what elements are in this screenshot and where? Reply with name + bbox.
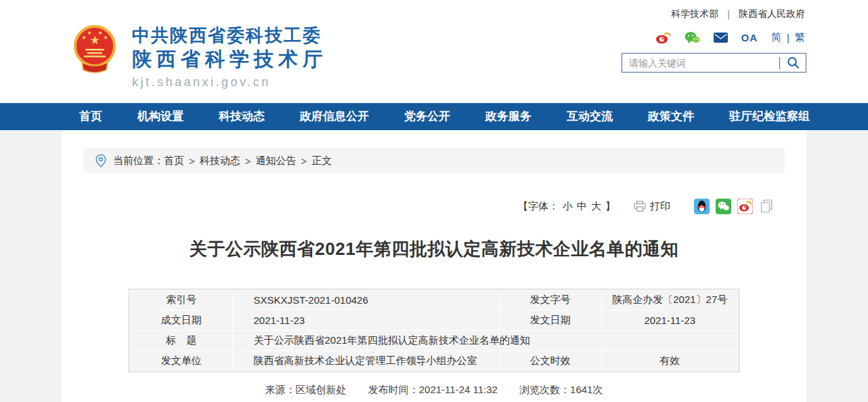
site-search xyxy=(622,53,806,73)
font-size-small[interactable]: 小 xyxy=(563,200,573,212)
index-number-value: SXSKXJST-2021-010426 xyxy=(233,290,499,310)
publish-time-value: 2021-11-24 11:32 xyxy=(419,384,498,395)
link-most[interactable]: 科学技术部 xyxy=(671,8,718,19)
lang-divider: | xyxy=(787,32,789,43)
location-pin-icon xyxy=(95,154,106,167)
issuer-label: 发文单位 xyxy=(130,351,232,371)
doc-number-value: 陕高企办发〔2021〕27号 xyxy=(602,290,738,310)
views-label: 浏览次数： xyxy=(519,384,570,395)
top-links-divider: ｜ xyxy=(724,8,733,19)
table-row: 发文单位 陕西省高新技术企业认定管理工作领导小组办公室 公文时效 有效 xyxy=(130,351,738,371)
site-header: ★ ★ ★ ★ ★ 中共陕西省委科技工委 陕西省科学技术厅 kjt.shaanx… xyxy=(0,0,868,103)
link-shaanxi-gov[interactable]: 陕西省人民政府 xyxy=(739,8,805,19)
svg-text:★: ★ xyxy=(103,35,108,41)
source-segment: 来源：区域创新处 xyxy=(265,384,347,395)
table-row: 索引号 SXSKXJST-2021-010426 发文字号 陕高企办发〔2021… xyxy=(130,290,738,310)
breadcrumb-home[interactable]: 首页 xyxy=(164,155,184,167)
font-size-control: 【字体：小中大】 xyxy=(516,200,617,213)
table-row: 成文日期 2021-11-23 发文日期 2021-11-23 xyxy=(130,310,738,330)
org-name-line1: 中共陕西省委科技工委 xyxy=(132,24,327,46)
issue-date-value: 2021-11-23 xyxy=(602,310,738,330)
doc-number-label: 发文字号 xyxy=(500,290,601,310)
weibo-icon[interactable] xyxy=(655,31,671,44)
nav-item-orgs[interactable]: 机构设置 xyxy=(120,103,201,130)
lang-traditional[interactable]: 繁 xyxy=(795,31,805,44)
mail-icon[interactable] xyxy=(714,33,728,43)
font-size-suffix: 】 xyxy=(605,200,615,212)
font-size-large[interactable]: 大 xyxy=(591,200,601,212)
main-nav: 首页 机构设置 科技动态 政府信息公开 党务公开 政务服务 互动交流 政策文件 … xyxy=(0,103,868,130)
national-emblem-icon: ★ ★ ★ ★ ★ xyxy=(72,23,117,76)
nav-item-home[interactable]: 首页 xyxy=(62,103,120,130)
breadcrumb-separator: > xyxy=(189,155,195,167)
nav-item-sci-news[interactable]: 科技动态 xyxy=(201,103,282,130)
print-button[interactable]: 打印 xyxy=(634,200,670,213)
svg-text:★: ★ xyxy=(87,30,91,36)
views-value: 1641次 xyxy=(570,384,603,395)
search-icon xyxy=(787,56,800,69)
issue-date-label: 发文日期 xyxy=(500,310,601,330)
validity-value: 有效 xyxy=(602,351,738,371)
org-name-line2: 陕西省科学技术厅 xyxy=(132,46,327,72)
table-row: 标 题 关于公示陕西省2021年第四批拟认定高新技术企业名单的通知 xyxy=(130,331,738,350)
breadcrumb-separator: > xyxy=(245,155,251,167)
weibo-share-icon[interactable] xyxy=(737,199,753,214)
issuer-value: 陕西省高新技术企业认定管理工作领导小组办公室 xyxy=(233,351,499,371)
article-toolbar: 【字体：小中大】 打印 xyxy=(62,197,775,215)
site-domain: kjt.shaanxi.gov.cn xyxy=(132,73,327,91)
publish-time-label: 发布时间： xyxy=(368,384,419,395)
font-size-prefix: 【字体： xyxy=(518,200,559,212)
nav-item-discipline-inspection[interactable]: 驻厅纪检监察组 xyxy=(712,103,827,130)
copy-share-icon[interactable] xyxy=(759,199,775,214)
article-source-line: 来源：区域创新处 发布时间：2021-11-24 11:32 浏览次数：1641… xyxy=(62,384,806,397)
views-segment: 浏览次数：1641次 xyxy=(519,384,603,395)
header-icon-row: OA 简 | 繁 xyxy=(642,31,805,44)
site-logo: ★ ★ ★ ★ ★ 中共陕西省委科技工委 陕西省科学技术厅 kjt.shaanx… xyxy=(72,23,327,91)
doc-title-value: 关于公示陕西省2021年第四批拟认定高新技术企业名单的通知 xyxy=(233,331,738,350)
qq-share-icon[interactable] xyxy=(694,199,710,214)
publish-time-segment: 发布时间：2021-11-24 11:32 xyxy=(368,384,498,395)
breadcrumb-prefix: 当前位置： xyxy=(113,155,164,167)
search-button[interactable] xyxy=(780,54,806,72)
share-icons xyxy=(688,199,775,214)
written-date-label: 成文日期 xyxy=(130,310,232,330)
print-label: 打印 xyxy=(650,200,670,213)
doc-title-label: 标 题 xyxy=(130,331,232,350)
source-value: 区域创新处 xyxy=(296,384,347,395)
nav-item-gov-services[interactable]: 政务服务 xyxy=(468,103,549,130)
article-title: 关于公示陕西省2021年第四批拟认定高新技术企业名单的通知 xyxy=(62,237,806,261)
printer-icon xyxy=(634,201,646,212)
breadcrumb-current: 正文 xyxy=(311,155,332,167)
top-links: 科学技术部｜陕西省人民政府 xyxy=(671,8,805,20)
breadcrumb-separator: > xyxy=(301,155,307,167)
page-body: 当前位置： 首页 > 科技动态 > 通知公告 > 正文 【字体：小中大】 打印 xyxy=(0,130,868,402)
document-meta-table: 索引号 SXSKXJST-2021-010426 发文字号 陕高企办发〔2021… xyxy=(129,289,739,372)
language-switch: 简 | 繁 xyxy=(771,31,805,44)
font-size-medium[interactable]: 中 xyxy=(577,200,587,212)
nav-item-policy-docs[interactable]: 政策文件 xyxy=(630,103,712,130)
oa-link[interactable]: OA xyxy=(741,32,758,43)
written-date-value: 2021-11-23 xyxy=(233,310,499,330)
wechat-icon[interactable] xyxy=(685,31,700,44)
content-card: 当前位置： 首页 > 科技动态 > 通知公告 > 正文 【字体：小中大】 打印 xyxy=(62,130,806,402)
index-number-label: 索引号 xyxy=(130,290,232,310)
search-input[interactable] xyxy=(622,54,779,72)
svg-text:★: ★ xyxy=(97,30,102,36)
svg-text:★: ★ xyxy=(81,35,86,41)
breadcrumb-notices[interactable]: 通知公告 xyxy=(256,155,297,167)
nav-item-gov-info[interactable]: 政府信息公开 xyxy=(282,103,387,130)
breadcrumb: 当前位置： 首页 > 科技动态 > 通知公告 > 正文 xyxy=(83,148,785,173)
source-label: 来源： xyxy=(265,384,296,395)
lang-simplified[interactable]: 简 xyxy=(771,31,781,44)
nav-item-party-affairs[interactable]: 党务公开 xyxy=(387,103,468,130)
wechat-share-icon[interactable] xyxy=(716,199,731,214)
breadcrumb-sci-news[interactable]: 科技动态 xyxy=(200,155,240,167)
nav-item-interaction[interactable]: 互动交流 xyxy=(549,103,630,130)
validity-label: 公文时效 xyxy=(500,351,601,371)
